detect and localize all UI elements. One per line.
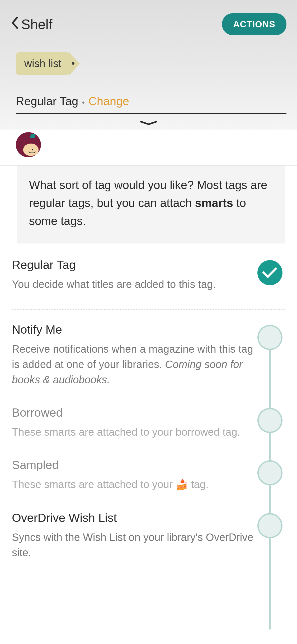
actions-button[interactable]: ACTIONS [222,13,286,35]
option-title: Notify Me [12,323,253,337]
option-desc: Syncs with the Wish List on your library… [12,530,253,560]
option-desc: You decide what titles are added to this… [12,277,253,292]
divider [12,309,285,310]
tag-type-row: Regular Tag • Change [16,95,286,114]
option-title: Regular Tag [12,258,253,272]
back-label: Shelf [21,16,53,32]
radio-unselected-icon [257,325,282,350]
separator-dot: • [82,98,85,107]
back-button[interactable]: Shelf [11,16,53,33]
radio-unselected-icon [257,513,282,538]
tag-type-label: Regular Tag [16,95,78,108]
option-regular-tag[interactable]: Regular Tag You decide what titles are a… [12,258,285,305]
option-title: Borrowed [12,406,253,420]
info-message: What sort of tag would you like? Most ta… [17,165,285,243]
collapse-toggle[interactable] [11,114,286,130]
cake-icon: 🍰 [176,478,188,492]
option-desc: Receive notifications when a magazine wi… [12,341,253,387]
option-borrowed: Borrowed These smarts are attached to yo… [12,406,285,458]
radio-selected-icon [257,260,282,285]
chevron-down-icon [139,120,158,126]
tag-chip[interactable]: wish list [16,52,70,75]
chevron-left-icon [11,16,18,33]
option-desc: These smarts are attached to your borrow… [12,424,253,440]
change-link[interactable]: Change [88,95,129,108]
option-sampled: Sampled These smarts are attached to you… [12,458,285,511]
option-notify-me[interactable]: Notify Me Receive notifications when a m… [12,323,285,406]
tag-chip-label: wish list [16,52,70,75]
option-desc: These smarts are attached to your 🍰 tag. [12,477,253,493]
option-title: Sampled [12,458,253,472]
radio-unselected-icon [257,408,282,433]
libby-avatar-icon[interactable] [16,132,41,157]
option-overdrive-wishlist[interactable]: OverDrive Wish List Syncs with the Wish … [12,511,285,573]
radio-unselected-icon [257,460,282,485]
option-title: OverDrive Wish List [12,511,253,525]
